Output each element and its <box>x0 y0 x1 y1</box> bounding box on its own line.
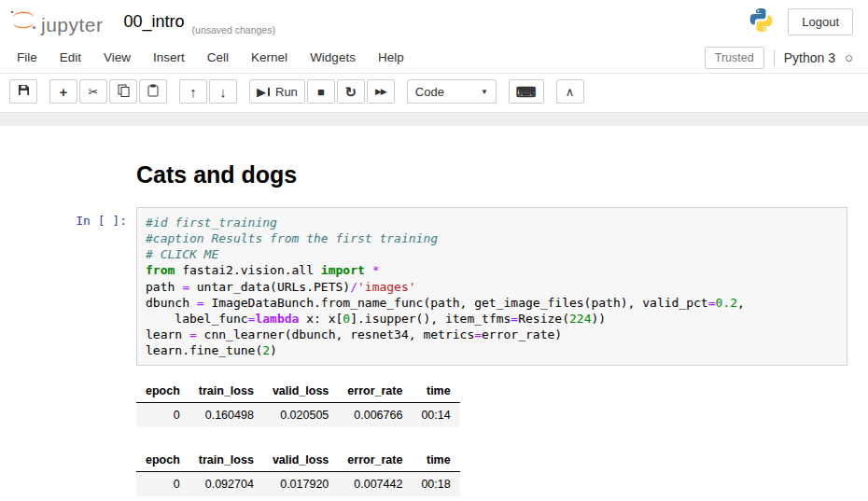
table-cell: 0.006766 <box>338 403 412 428</box>
kernel-idle-icon: ○ <box>845 50 853 64</box>
code-line: dbunch = ImageDataBunch.from_name_func(p… <box>146 295 838 311</box>
menu-file[interactable]: File <box>6 42 49 73</box>
table-cell: 0 <box>136 403 189 428</box>
copy-cell-button[interactable] <box>109 79 137 104</box>
save-button[interactable] <box>9 79 37 104</box>
code-line: label_func=lambda x: x[0].isupper(), ite… <box>146 311 838 327</box>
table-header-cell: valid_loss <box>263 381 338 403</box>
table-header-cell: epoch <box>136 381 189 403</box>
menubar: File Edit View Insert Cell Kernel Widget… <box>0 42 868 74</box>
jupyter-logo-icon <box>9 7 37 36</box>
menu-view[interactable]: View <box>92 42 142 73</box>
move-cell-up-button[interactable]: ↑ <box>179 79 207 104</box>
python-logo-icon <box>748 7 775 37</box>
table-cell: 00:18 <box>412 496 459 501</box>
interrupt-kernel-button[interactable]: ■ <box>307 79 335 104</box>
insert-cell-button[interactable]: + <box>49 79 77 104</box>
table-header-cell: epoch <box>136 450 189 472</box>
cut-cell-button[interactable]: ✂ <box>79 79 107 104</box>
cell-type-select[interactable]: Code ▼ <box>407 79 497 104</box>
menu-help[interactable]: Help <box>367 42 415 73</box>
collapse-header-button[interactable]: ∧ <box>556 79 584 104</box>
chevron-up-icon: ∧ <box>566 86 575 98</box>
table-header-cell: valid_loss <box>263 450 338 472</box>
input-prompt: In [ ]: <box>0 207 136 366</box>
menu-cell[interactable]: Cell <box>196 42 240 73</box>
move-cell-down-button[interactable]: ↓ <box>209 79 237 104</box>
table-row: 00.1604980.0205050.00676600:14 <box>136 403 460 428</box>
code-editor[interactable]: #id first_training#caption Results from … <box>136 207 847 366</box>
table-cell: 0.012449 <box>263 496 338 501</box>
notebook-title[interactable]: 00_intro <box>124 12 185 32</box>
copy-icon <box>118 84 130 100</box>
menubar-right: Trusted Python 3 ○ <box>705 47 859 69</box>
table-cell: 0.005413 <box>338 496 412 501</box>
divider <box>774 49 775 66</box>
arrow-up-icon: ↑ <box>189 85 197 99</box>
code-line: from fastai2.vision.all import * <box>146 262 838 278</box>
code-line: path = untar_data(URLs.PETS)/'images' <box>146 279 838 295</box>
table-header-cell: error_rate <box>338 450 412 472</box>
keyboard-icon: ⌨ <box>516 85 537 99</box>
command-palette-button[interactable]: ⌨ <box>509 79 544 104</box>
code-line: #id first_training <box>146 215 838 230</box>
table-row: 00.0927040.0179200.00744200:18 <box>136 472 460 497</box>
header-bar: jupyter 00_intro (unsaved changes) Logou… <box>0 0 868 42</box>
code-cell: In [ ]: #id first_training#caption Resul… <box>0 207 868 366</box>
logout-button[interactable]: Logout <box>788 8 853 35</box>
table-cell: 1 <box>136 496 189 501</box>
save-icon <box>18 84 30 99</box>
jupyter-logo-text: jupyter <box>41 14 104 36</box>
table-header-cell: time <box>412 450 459 472</box>
output-table-wrap: epochtrain_lossvalid_losserror_ratetime0… <box>136 381 868 427</box>
table-cell: 00:18 <box>412 472 459 497</box>
toolbar: + ✂ ↑ ↓ ▶ Run ■ ↻ ▶▶ Code ▼ ⌨ <box>0 74 868 113</box>
code-line: learn.fine_tune(2) <box>146 342 838 358</box>
run-icon: ▶ <box>257 86 266 98</box>
scissors-icon: ✂ <box>89 86 99 98</box>
menu-edit[interactable]: Edit <box>49 42 92 73</box>
table-cell: 0.027785 <box>189 496 263 501</box>
table-header-cell: train_loss <box>189 450 263 472</box>
run-button[interactable]: ▶ Run <box>249 79 305 104</box>
table-cell: 0.007442 <box>338 472 412 497</box>
paste-cell-button[interactable] <box>139 79 167 104</box>
run-label: Run <box>275 85 298 99</box>
table-cell: 0.160498 <box>189 403 263 428</box>
output-table: epochtrain_lossvalid_losserror_ratetime0… <box>136 450 460 501</box>
checkpoint-status: (unsaved changes) <box>192 24 275 37</box>
table-row: 10.0277850.0124490.00541300:18 <box>136 496 460 501</box>
trusted-badge[interactable]: Trusted <box>705 47 764 69</box>
restart-icon: ↻ <box>345 85 357 99</box>
code-line: # CLICK ME <box>146 246 838 262</box>
header-right: Logout <box>748 7 853 37</box>
menu-kernel[interactable]: Kernel <box>240 42 299 73</box>
stop-icon: ■ <box>317 86 325 98</box>
fast-forward-icon: ▶▶ <box>375 88 386 96</box>
notebook-page: Cats and dogs In [ ]: #id first_training… <box>0 126 868 501</box>
paste-icon <box>147 84 159 100</box>
notebook-container: Cats and dogs In [ ]: #id first_training… <box>0 113 868 501</box>
kernel-name: Python 3 <box>784 50 835 65</box>
table-header-cell: time <box>412 381 459 403</box>
table-cell: 0.020505 <box>263 403 338 428</box>
cell-output: epochtrain_lossvalid_losserror_ratetime0… <box>136 381 868 501</box>
code-line: learn = cnn_learner(dbunch, resnet34, me… <box>146 327 838 342</box>
table-cell: 0 <box>136 472 189 497</box>
plus-icon: + <box>60 85 68 99</box>
restart-run-all-button[interactable]: ▶▶ <box>367 79 395 104</box>
jupyter-logo[interactable]: jupyter <box>9 7 104 36</box>
menu-insert[interactable]: Insert <box>142 42 196 73</box>
table-cell: 0.092704 <box>189 472 263 497</box>
table-header-cell: train_loss <box>189 381 263 403</box>
run-icon-bar <box>268 88 270 96</box>
table-cell: 0.017920 <box>263 472 338 497</box>
cell-type-value: Code <box>415 85 444 99</box>
menu-widgets[interactable]: Widgets <box>299 42 367 73</box>
output-table: epochtrain_lossvalid_losserror_ratetime0… <box>136 381 460 427</box>
markdown-cell-heading[interactable]: Cats and dogs <box>136 161 847 188</box>
restart-kernel-button[interactable]: ↻ <box>337 79 365 104</box>
table-header-cell: error_rate <box>338 381 412 403</box>
caret-down-icon: ▼ <box>481 88 488 96</box>
table-cell: 00:14 <box>412 403 459 428</box>
